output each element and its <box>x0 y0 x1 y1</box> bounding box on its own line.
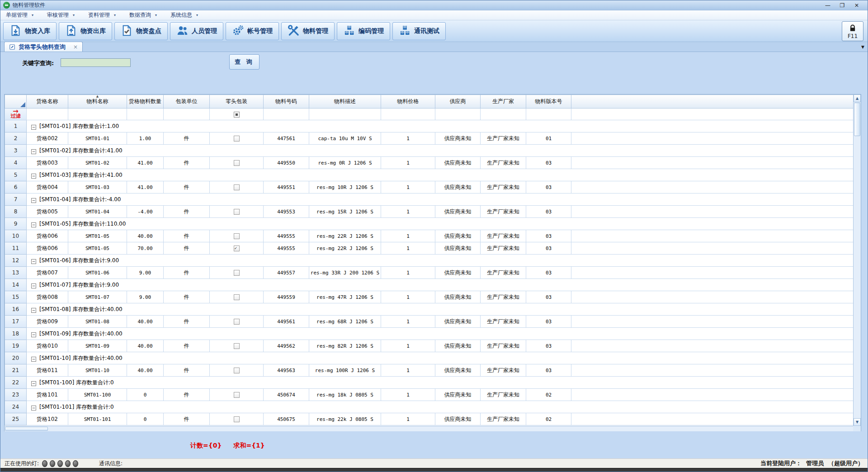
cell-wuliao-code[interactable]: 449555 <box>264 242 309 255</box>
cell-wuliao-name[interactable]: SMT01-04 <box>68 206 127 218</box>
cell-huoge-name[interactable]: 货格007 <box>27 267 68 279</box>
cell-wuliao-desc[interactable]: res-mg 18k J 0805 S <box>309 389 381 401</box>
toolbar-button-物料管理[interactable]: 物料管理 <box>281 22 335 40</box>
filter-cell-supplier[interactable] <box>435 109 481 120</box>
cell-version[interactable]: 03 <box>526 181 571 194</box>
cell-supplier[interactable]: 供应商未知 <box>435 291 481 303</box>
cell-wuliao-price[interactable]: 1 <box>381 230 435 242</box>
cell-manufacturer[interactable]: 生产厂家未知 <box>481 267 526 279</box>
cell-version[interactable]: 03 <box>526 291 571 303</box>
cell-huoge-qty[interactable]: 1.00 <box>127 132 164 145</box>
cell-lingtou-pack[interactable] <box>210 181 264 194</box>
minimize-button[interactable]: — <box>824 2 831 9</box>
toolbar-button-人员管理[interactable]: 人员管理 <box>170 22 223 40</box>
cell-wuliao-desc[interactable]: res-mg 47R J 1206 S <box>309 291 381 303</box>
collapse-icon[interactable]: − <box>31 174 36 179</box>
cell-wuliao-price[interactable]: 1 <box>381 267 435 279</box>
scroll-up-icon[interactable]: ▲ <box>854 94 861 102</box>
cell-lingtou-pack[interactable] <box>210 267 264 279</box>
cell-huoge-name[interactable]: 货格010 <box>27 340 68 352</box>
horizontal-scroll-thumb[interactable] <box>5 427 48 431</box>
row-number[interactable]: 16 <box>5 303 27 316</box>
row-number[interactable]: 7 <box>5 194 27 206</box>
menu-item-1[interactable]: 单据管理▾ <box>6 11 33 19</box>
tab-list-dropdown-icon[interactable]: ▼ <box>861 45 864 49</box>
column-header-huoge-qty[interactable]: 货格物料数量 <box>127 95 164 109</box>
lock-f11-button[interactable]: F11 <box>842 21 863 41</box>
cell-huoge-name[interactable]: 货格101 <box>27 389 68 401</box>
cell-wuliao-name[interactable]: SMT01-05 <box>68 230 127 242</box>
filter-cell-lingtou-pack[interactable] <box>210 109 264 120</box>
cell-huoge-qty[interactable]: 40.00 <box>127 316 164 328</box>
collapse-icon[interactable]: − <box>31 332 36 337</box>
cell-wuliao-price[interactable]: 1 <box>381 364 435 377</box>
collapse-icon[interactable]: − <box>31 308 36 313</box>
toolbar-button-编码管理[interactable]: 编码管理 <box>337 22 390 40</box>
cell-pack-unit[interactable]: 件 <box>164 316 210 328</box>
cell-huoge-name[interactable]: 货格006 <box>27 230 68 242</box>
tab-huoge-lingtou-query[interactable]: 货格零头物料查询 × <box>4 42 83 52</box>
cell-lingtou-pack[interactable] <box>210 132 264 145</box>
cell-wuliao-price[interactable]: 1 <box>381 413 435 425</box>
cell-wuliao-code[interactable]: 450675 <box>264 413 309 425</box>
filter-cell-wuliao-desc[interactable] <box>309 109 381 120</box>
cell-supplier[interactable]: 供应商未知 <box>435 157 481 169</box>
column-header-wuliao-code[interactable]: 物料号码 <box>264 95 309 109</box>
checkbox-unchecked[interactable] <box>234 160 240 166</box>
checkbox-unchecked[interactable] <box>234 392 240 398</box>
filter-cell-wuliao-code[interactable] <box>264 109 309 120</box>
collapse-icon[interactable]: − <box>31 357 36 362</box>
checkbox-unchecked[interactable] <box>234 416 240 422</box>
cell-pack-unit[interactable]: 件 <box>164 340 210 352</box>
cell-wuliao-price[interactable]: 1 <box>381 389 435 401</box>
checkbox-unchecked[interactable] <box>234 294 240 300</box>
keyword-search-input[interactable] <box>61 58 131 67</box>
row-number[interactable]: 14 <box>5 279 27 291</box>
row-number[interactable]: 13 <box>5 267 27 279</box>
cell-huoge-name[interactable]: 货格003 <box>27 157 68 169</box>
column-header-wuliao-price[interactable]: 物料价格 <box>381 95 435 109</box>
cell-huoge-qty[interactable]: 41.00 <box>127 157 164 169</box>
cell-wuliao-desc[interactable]: res-mg 22k J 0805 S <box>309 413 381 425</box>
row-number[interactable]: 20 <box>5 352 27 364</box>
cell-lingtou-pack[interactable] <box>210 389 264 401</box>
cell-wuliao-name[interactable]: SMT01-01 <box>68 132 127 145</box>
column-header-manufacturer[interactable]: 生产厂家 <box>481 95 526 109</box>
cell-wuliao-price[interactable]: 1 <box>381 132 435 145</box>
collapse-icon[interactable]: − <box>31 283 36 288</box>
cell-version[interactable]: 03 <box>526 340 571 352</box>
cell-version[interactable]: 03 <box>526 267 571 279</box>
checkbox-checked[interactable] <box>234 245 240 251</box>
collapse-icon[interactable]: − <box>31 125 36 130</box>
cell-wuliao-name[interactable]: SMT01-10 <box>68 364 127 377</box>
cell-huoge-qty[interactable]: 70.00 <box>127 242 164 255</box>
row-number[interactable]: 23 <box>5 389 27 401</box>
checkbox-unchecked[interactable] <box>234 233 240 239</box>
cell-wuliao-name[interactable]: SMT01-100 <box>68 389 127 401</box>
column-header-row-number[interactable] <box>5 95 27 109</box>
cell-huoge-name[interactable]: 货格008 <box>27 291 68 303</box>
horizontal-scrollbar[interactable] <box>5 426 854 431</box>
cell-huoge-qty[interactable]: 40.00 <box>127 230 164 242</box>
cell-wuliao-desc[interactable]: res-mg 0R J 1206 S <box>309 157 381 169</box>
cell-version[interactable]: 03 <box>526 230 571 242</box>
cell-lingtou-pack[interactable] <box>210 230 264 242</box>
cell-manufacturer[interactable]: 生产厂家未知 <box>481 181 526 194</box>
cell-huoge-qty[interactable]: 0 <box>127 413 164 425</box>
menu-item-4[interactable]: 数据查询▾ <box>129 11 157 19</box>
column-header-lingtou-pack[interactable]: 零头包装 <box>210 95 264 109</box>
cell-pack-unit[interactable]: 件 <box>164 267 210 279</box>
cell-wuliao-code[interactable]: 447561 <box>264 132 309 145</box>
cell-wuliao-price[interactable]: 1 <box>381 340 435 352</box>
row-number[interactable]: 2 <box>5 132 27 145</box>
cell-wuliao-name[interactable]: SMT01-06 <box>68 267 127 279</box>
row-number[interactable]: 10 <box>5 230 27 242</box>
collapse-icon[interactable]: − <box>31 198 36 203</box>
row-number[interactable]: 9 <box>5 218 27 230</box>
cell-manufacturer[interactable]: 生产厂家未知 <box>481 132 526 145</box>
toolbar-button-物资入库[interactable]: 物资入库 <box>3 22 57 40</box>
row-number[interactable]: 5 <box>5 169 27 181</box>
row-number[interactable]: 17 <box>5 316 27 328</box>
cell-supplier[interactable]: 供应商未知 <box>435 181 481 194</box>
filter-cell-manufacturer[interactable] <box>481 109 526 120</box>
